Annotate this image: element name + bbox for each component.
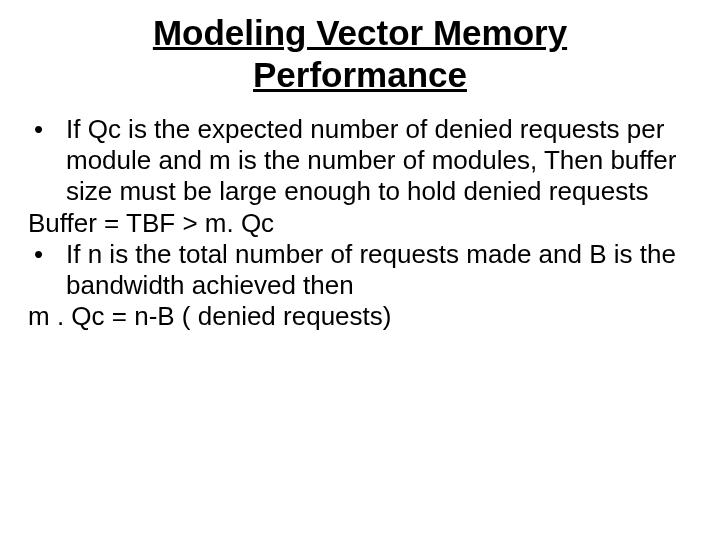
bullet-marker: • [28, 239, 66, 270]
body-line: Buffer = TBF > m. Qc [28, 208, 692, 239]
bullet-item: • If n is the total number of requests m… [28, 239, 692, 301]
bullet-marker: • [28, 114, 66, 145]
body-line: m . Qc = n-B ( denied requests) [28, 301, 692, 332]
bullet-text: If n is the total number of requests mad… [66, 239, 692, 301]
bullet-item: • If Qc is the expected number of denied… [28, 114, 692, 208]
slide-body: • If Qc is the expected number of denied… [28, 114, 692, 332]
slide-title: Modeling Vector Memory Performance [28, 12, 692, 96]
bullet-text: If Qc is the expected number of denied r… [66, 114, 692, 208]
